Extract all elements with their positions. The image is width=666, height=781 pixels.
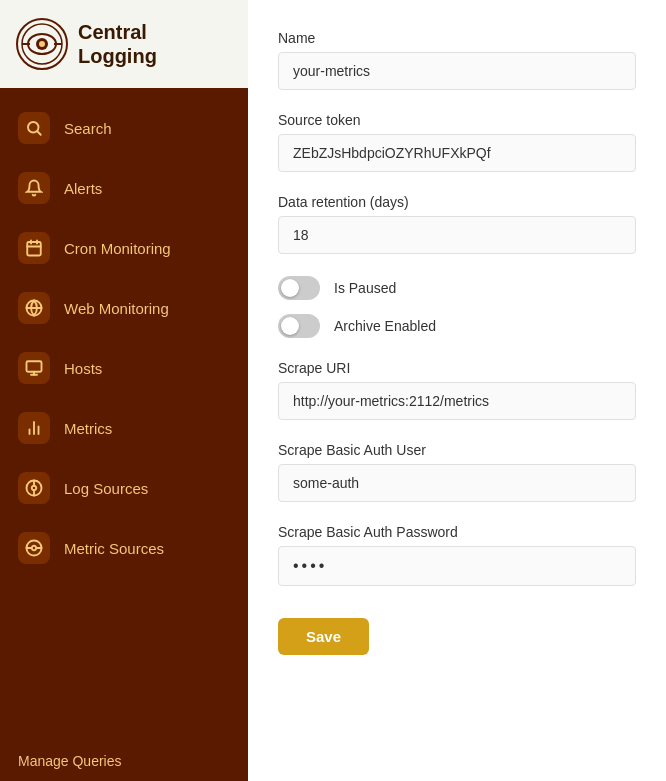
metric-sources-icon <box>18 532 50 564</box>
archive-enabled-label: Archive Enabled <box>334 318 436 334</box>
svg-point-4 <box>39 41 45 47</box>
web-monitoring-icon <box>18 292 50 324</box>
sidebar-item-hosts-label: Hosts <box>64 360 102 377</box>
save-button[interactable]: Save <box>278 618 369 655</box>
logo-area: Central Logging <box>0 0 248 88</box>
hosts-icon <box>18 352 50 384</box>
data-retention-field-group: Data retention (days) <box>278 194 636 254</box>
name-input[interactable] <box>278 52 636 90</box>
scrape-uri-label: Scrape URI <box>278 360 636 376</box>
metrics-icon <box>18 412 50 444</box>
scrape-auth-user-input[interactable] <box>278 464 636 502</box>
name-field-group: Name <box>278 30 636 90</box>
search-icon <box>18 112 50 144</box>
scrape-auth-password-input[interactable] <box>278 546 636 586</box>
sidebar-item-log-sources-label: Log Sources <box>64 480 148 497</box>
scrape-auth-password-field-group: Scrape Basic Auth Password <box>278 524 636 586</box>
main-content: Name Source token Data retention (days) … <box>248 0 666 781</box>
sidebar-item-metric-sources-label: Metric Sources <box>64 540 164 557</box>
is-paused-toggle[interactable] <box>278 276 320 300</box>
sidebar-item-cron-monitoring-label: Cron Monitoring <box>64 240 171 257</box>
sidebar-item-web-monitoring-label: Web Monitoring <box>64 300 169 317</box>
alerts-icon <box>18 172 50 204</box>
sidebar-item-metrics-label: Metrics <box>64 420 112 437</box>
source-token-input[interactable] <box>278 134 636 172</box>
scrape-auth-user-field-group: Scrape Basic Auth User <box>278 442 636 502</box>
sidebar-item-cron-monitoring[interactable]: Cron Monitoring <box>0 218 248 278</box>
svg-line-8 <box>37 131 40 134</box>
scrape-auth-password-label: Scrape Basic Auth Password <box>278 524 636 540</box>
manage-queries-link[interactable]: Manage Queries <box>0 741 248 781</box>
source-token-label: Source token <box>278 112 636 128</box>
nav-menu: Search Alerts Cron Monitoring <box>0 88 248 741</box>
scrape-uri-field-group: Scrape URI <box>278 360 636 420</box>
name-label: Name <box>278 30 636 46</box>
sidebar-item-log-sources[interactable]: Log Sources <box>0 458 248 518</box>
sidebar-item-search[interactable]: Search <box>0 98 248 158</box>
cron-monitoring-icon <box>18 232 50 264</box>
data-retention-label: Data retention (days) <box>278 194 636 210</box>
data-retention-input[interactable] <box>278 216 636 254</box>
sidebar-item-metric-sources[interactable]: Metric Sources <box>0 518 248 578</box>
sidebar-item-alerts-label: Alerts <box>64 180 102 197</box>
is-paused-row: Is Paused <box>278 276 636 300</box>
sidebar: Central Logging Search Alerts <box>0 0 248 781</box>
toggles-group: Is Paused Archive Enabled <box>278 276 636 338</box>
sidebar-item-search-label: Search <box>64 120 112 137</box>
archive-enabled-row: Archive Enabled <box>278 314 636 338</box>
scrape-uri-input[interactable] <box>278 382 636 420</box>
is-paused-label: Is Paused <box>334 280 396 296</box>
archive-enabled-toggle[interactable] <box>278 314 320 338</box>
sidebar-item-metrics[interactable]: Metrics <box>0 398 248 458</box>
sidebar-item-alerts[interactable]: Alerts <box>0 158 248 218</box>
logo-text: Central Logging <box>78 20 157 68</box>
logo-icon <box>16 18 68 70</box>
svg-rect-9 <box>27 242 41 256</box>
log-sources-icon <box>18 472 50 504</box>
sidebar-item-hosts[interactable]: Hosts <box>0 338 248 398</box>
sidebar-item-web-monitoring[interactable]: Web Monitoring <box>0 278 248 338</box>
source-token-field-group: Source token <box>278 112 636 172</box>
svg-rect-15 <box>27 361 42 372</box>
scrape-auth-user-label: Scrape Basic Auth User <box>278 442 636 458</box>
